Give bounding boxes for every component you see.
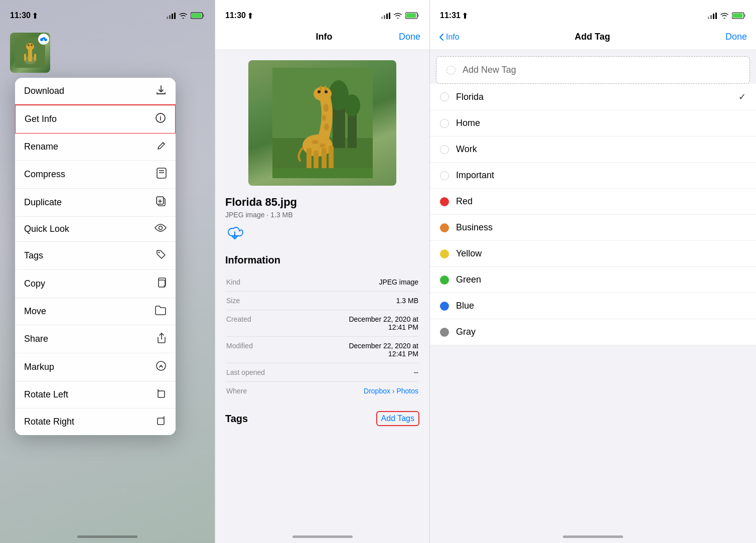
info-row-modified: Modified December 22, 2020 at12:41 PM — [226, 337, 418, 363]
tag-name-green: Green — [456, 275, 481, 285]
svg-rect-34 — [384, 15, 385, 19]
svg-rect-66 — [715, 13, 717, 19]
svg-point-56 — [324, 104, 329, 112]
tag-dot-important — [440, 171, 449, 180]
info-content: Florida 85.jpg JPEG image · 1.3 MB Infor… — [215, 50, 429, 543]
menu-label-get-info: Get Info — [25, 114, 57, 124]
tag-dot-blue — [440, 302, 449, 311]
svg-rect-64 — [710, 15, 712, 19]
tag-dot-business — [440, 223, 449, 232]
time-panel3: 11:31 — [440, 11, 468, 20]
signal-icon-p3 — [708, 13, 717, 19]
menu-item-tags[interactable]: Tags — [15, 242, 176, 270]
tag-row-red[interactable]: Red — [430, 189, 756, 215]
tag-row-important[interactable]: Important — [430, 163, 756, 189]
menu-item-markup[interactable]: Markup — [15, 353, 176, 381]
home-indicator-panel2 — [292, 535, 353, 538]
battery-icon-p2 — [405, 12, 419, 19]
chevron-left-icon — [439, 33, 444, 41]
cloud-download-icon[interactable] — [225, 225, 419, 244]
back-to-info-button[interactable]: Info — [439, 33, 460, 42]
menu-item-share[interactable]: Share — [15, 325, 176, 353]
svg-text:i: i — [160, 115, 161, 122]
file-type: JPEG image · 1.3 MB — [225, 211, 419, 219]
tag-name-red: Red — [456, 196, 473, 207]
info-done-button[interactable]: Done — [399, 32, 420, 42]
menu-item-copy[interactable]: Copy — [15, 270, 176, 298]
tag-name-work: Work — [456, 144, 477, 155]
info-nav-title: Info — [316, 32, 332, 42]
status-icons-panel3 — [708, 12, 746, 19]
panel1-context-menu: 11:30 — [0, 0, 215, 543]
tag-row-gray[interactable]: Gray — [430, 319, 756, 345]
add-new-tag-label: Add New Tag — [463, 65, 516, 75]
tag-row-home[interactable]: Home — [430, 110, 756, 137]
signal-icon — [167, 13, 176, 19]
menu-label-markup: Markup — [24, 362, 54, 372]
tag-row-florida[interactable]: Florida✓ — [430, 84, 756, 110]
info-row-kind: Kind JPEG image — [226, 273, 418, 292]
tag-row-business[interactable]: Business — [430, 215, 756, 241]
svg-point-59 — [312, 140, 319, 144]
tag-row-yellow[interactable]: Yellow — [430, 241, 756, 267]
svg-point-60 — [320, 144, 326, 148]
tag-row-blue[interactable]: Blue — [430, 293, 756, 319]
back-label: Info — [446, 33, 460, 42]
menu-item-compress[interactable]: Compress — [15, 161, 176, 189]
svg-point-13 — [28, 44, 30, 46]
information-section-title: Information — [225, 254, 419, 266]
add-tag-done-button[interactable]: Done — [725, 32, 747, 42]
home-indicator-panel1 — [77, 535, 137, 538]
location-icon — [33, 13, 38, 19]
svg-line-18 — [163, 143, 165, 144]
add-tag-nav-bar: Info Add Tag Done — [430, 24, 756, 50]
svg-point-27 — [159, 252, 160, 253]
svg-rect-32 — [158, 418, 164, 425]
menu-item-get-info[interactable]: Get Info i — [15, 104, 176, 134]
menu-label-tags: Tags — [24, 250, 43, 261]
menu-label-duplicate: Duplicate — [24, 197, 62, 208]
battery-icon — [191, 12, 205, 19]
svg-rect-12 — [34, 54, 36, 61]
home-indicator-panel3 — [563, 535, 623, 538]
svg-rect-5 — [192, 14, 202, 18]
battery-icon-p3 — [732, 12, 746, 19]
svg-rect-19 — [157, 168, 166, 178]
svg-point-58 — [324, 123, 329, 130]
status-icons-panel1 — [167, 12, 205, 19]
menu-item-rename[interactable]: Rename — [15, 133, 176, 161]
menu-item-rotate-right[interactable]: Rotate Right — [15, 409, 176, 435]
svg-rect-33 — [381, 17, 383, 19]
info-row-created: Created December 22, 2020 at12:41 PM — [226, 310, 418, 337]
wifi-icon-p2 — [393, 12, 402, 19]
add-new-tag-row[interactable]: Add New Tag — [436, 56, 750, 84]
info-row-where: Where Dropbox › Photos — [226, 382, 418, 400]
menu-item-download[interactable]: Download — [15, 78, 176, 105]
svg-rect-61 — [272, 168, 373, 178]
status-icons-panel2 — [381, 12, 419, 19]
pencil-icon — [157, 141, 167, 153]
tag-row-green[interactable]: Green — [430, 267, 756, 293]
wifi-icon — [179, 12, 188, 19]
tag-name-blue: Blue — [456, 301, 474, 311]
time-panel1: 11:30 — [10, 11, 38, 20]
info-nav-bar: Info Done — [215, 24, 429, 50]
tag-row-work[interactable]: Work — [430, 137, 756, 163]
cloud-badge — [38, 34, 49, 45]
svg-rect-3 — [174, 13, 176, 19]
share-icon — [157, 332, 167, 346]
add-tags-button[interactable]: Add Tags — [376, 411, 419, 426]
tag-name-business: Business — [456, 222, 493, 233]
menu-item-rotate-left[interactable]: Rotate Left — [15, 381, 176, 409]
tag-dot-yellow — [440, 249, 449, 258]
menu-label-move: Move — [24, 306, 46, 317]
svg-point-10 — [26, 43, 34, 50]
svg-point-54 — [318, 90, 321, 93]
menu-item-quick-look[interactable]: Quick Look — [15, 217, 176, 242]
menu-item-move[interactable]: Move — [15, 298, 176, 325]
tag-name-gray: Gray — [456, 327, 476, 337]
menu-item-duplicate[interactable]: Duplicate — [15, 189, 176, 217]
svg-point-57 — [322, 115, 326, 121]
location-icon-p2 — [248, 13, 253, 19]
svg-rect-39 — [418, 15, 419, 17]
